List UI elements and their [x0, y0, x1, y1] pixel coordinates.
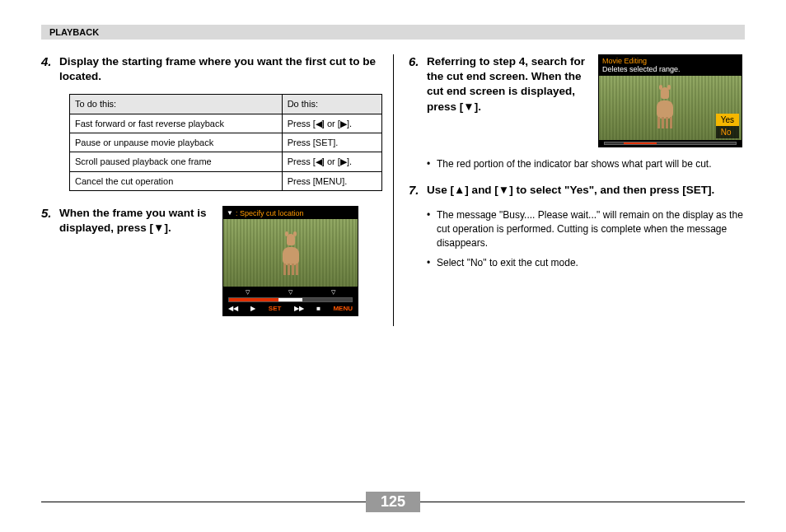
set-label: SET	[269, 305, 282, 312]
option-no: No	[716, 126, 739, 138]
right-column: 6. Referring to step 4, search for the c…	[393, 54, 745, 326]
menu-label: MENU	[333, 305, 353, 312]
table-cell: Press [SET].	[282, 133, 381, 152]
stop-icon: ■	[316, 305, 320, 312]
step-number: 6.	[409, 54, 427, 147]
step-6: 6. Referring to step 4, search for the c…	[409, 54, 745, 147]
progress-bar	[228, 297, 353, 302]
table-cell: Press [◀] or [▶].	[282, 152, 381, 171]
marker-icon: ▽	[331, 289, 335, 296]
step-number: 7.	[409, 183, 427, 198]
forward-icon: ▶▶	[294, 305, 304, 312]
step-number: 4.	[41, 54, 59, 84]
table-cell: Press [MENU].	[282, 171, 381, 190]
camera-screen-illustration: ▼ : Specify cut location	[222, 206, 358, 316]
step-number: 5.	[41, 206, 59, 316]
step-4: 4. Display the starting frame where you …	[41, 54, 378, 84]
table-cell: Scroll paused playback one frame	[70, 152, 283, 171]
camera-screen-illustration: Movie Editing Deletes selected range.	[598, 54, 742, 147]
step-5: 5. When the frame you want is displayed,…	[41, 206, 378, 316]
rewind-icon: ◀◀	[228, 305, 238, 312]
section-header: PLAYBACK	[41, 25, 745, 40]
table-header: Do this:	[282, 95, 381, 114]
down-triangle-icon: ▼	[227, 209, 233, 217]
actions-table: To do this: Do this: Fast forward or fas…	[69, 94, 382, 190]
step-title: Use [▲] and [▼] to select "Yes", and the…	[427, 183, 745, 198]
table-row: Cancel the cut operation Press [MENU].	[70, 171, 382, 190]
page-number: 125	[366, 492, 420, 512]
table-row: Pause or unpause movie playback Press [S…	[70, 133, 382, 152]
deer-graphic	[654, 87, 676, 128]
table-cell: Fast forward or fast reverse playback	[70, 114, 283, 133]
screen-top-label: : Specify cut location	[236, 209, 304, 217]
step-title: When the frame you want is displayed, pr…	[59, 206, 216, 236]
play-icon: ▶	[250, 305, 255, 312]
bullet-text: Select "No" to exit the cut mode.	[427, 256, 745, 270]
table-cell: Cancel the cut operation	[70, 171, 283, 190]
screen-title-2: Deletes selected range.	[602, 65, 738, 73]
table-cell: Pause or unpause movie playback	[70, 133, 283, 152]
page-footer: 125	[0, 492, 786, 512]
bullet-text: The red portion of the indicator bar sho…	[427, 157, 745, 171]
option-yes: Yes	[716, 114, 739, 126]
marker-icon: ▽	[288, 289, 292, 296]
table-header: To do this:	[70, 95, 283, 114]
indicator-bar	[599, 140, 742, 147]
table-cell: Press [◀] or [▶].	[282, 114, 381, 133]
step-title: Display the starting frame where you wan…	[59, 54, 378, 84]
marker-icon: ▽	[246, 289, 250, 296]
bullet-text: The message "Busy.... Please wait..." wi…	[427, 208, 745, 251]
table-row: Scroll paused playback one frame Press […	[70, 152, 382, 171]
step-7: 7. Use [▲] and [▼] to select "Yes", and …	[409, 183, 745, 198]
table-row: Fast forward or fast reverse playback Pr…	[70, 114, 382, 133]
deer-graphic	[280, 234, 302, 275]
left-column: 4. Display the starting frame where you …	[41, 54, 393, 326]
screen-title-1: Movie Editing	[602, 57, 738, 65]
step-title: Referring to step 4, search for the cut …	[427, 54, 592, 114]
